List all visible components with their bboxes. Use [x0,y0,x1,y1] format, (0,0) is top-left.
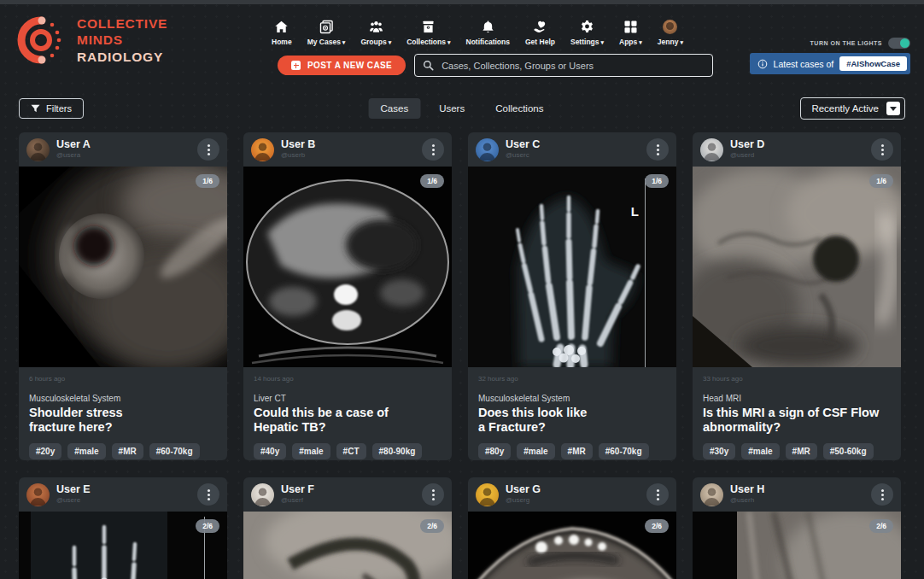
tag[interactable]: #80-90kg [372,443,423,459]
image-page-badge: 2/6 [420,519,444,533]
kebab-menu-icon [208,494,210,496]
post-new-case-button[interactable]: POST A NEW CASE [278,56,406,75]
user-avatar[interactable] [700,138,723,161]
case-card: User G @userg [468,477,676,579]
card-userhandle: @usera [56,152,91,160]
tag[interactable]: #male [517,443,554,459]
card-category: Head MRI [703,394,891,403]
tag[interactable]: #20y [29,443,61,459]
stack-scroll-indicator[interactable] [645,178,646,367]
case-grid: User A @usera [19,132,901,579]
card-username[interactable]: User F [281,484,314,496]
card-username[interactable]: User B [281,139,315,151]
lights-label: TURN ON THE LIGHTS [810,40,882,46]
lights-toggle[interactable] [888,38,910,49]
card-menu-button[interactable] [197,483,219,506]
card-username[interactable]: User D [730,139,764,151]
global-search[interactable] [414,54,713,77]
filter-funnel-icon [31,104,40,113]
case-image-shoulder-mri[interactable]: 1/6 [19,167,227,367]
nav-my-cases[interactable]: My Cases▾ [307,20,346,46]
search-input[interactable] [440,60,705,72]
nav-groups[interactable]: Groups▾ [360,20,391,46]
plus-icon [291,61,301,70]
nav-apps[interactable]: Apps▾ [619,20,642,46]
chevron-down-icon: ▾ [601,39,605,45]
user-avatar[interactable] [700,483,723,506]
card-title[interactable]: Shoulder stress fracture here? [29,406,217,435]
tag[interactable]: #male [741,443,779,459]
card-username[interactable]: User E [56,484,91,496]
brand-logo[interactable]: COLLECTIVE MINDS RADIOLOGY [15,14,167,67]
home-icon [274,20,289,34]
tag[interactable]: #MR [786,443,817,459]
user-avatar[interactable] [26,138,50,161]
header-actions: POST A NEW CASE [278,54,713,77]
card-menu-button[interactable] [422,138,444,161]
case-image-brain-mri-sagittal[interactable]: 2/6 [243,512,452,579]
groups-icon [369,20,383,34]
card-username[interactable]: User C [506,139,540,151]
case-image-hip-mri[interactable]: 2/6 [693,512,901,579]
tag[interactable]: #male [292,443,330,459]
card-menu-button[interactable] [197,138,219,161]
chevron-down-icon: ▾ [447,39,451,45]
case-image-hand-xray-fingers[interactable]: L 2/6 [19,512,227,579]
card-title[interactable]: Could this be a case of Hepatic TB? [254,406,442,435]
user-avatar[interactable] [476,483,499,506]
tag[interactable]: #male [67,443,105,459]
case-image-ct-axial[interactable]: 2/6 [468,512,676,579]
tag[interactable]: #60-70kg [149,443,200,459]
chevron-down-icon: ▾ [342,39,346,45]
tab-collections[interactable]: Collections [483,98,555,119]
nav-notifications[interactable]: Notifications [466,20,510,46]
card-title[interactable]: Is this MRI a sign of CSF Flow abnormali… [703,406,891,435]
nav-profile[interactable]: Jenny▾ [658,20,683,46]
tag[interactable]: #60-70kg [599,443,649,459]
result-tabs: Cases Users Collections [369,98,556,119]
tab-users[interactable]: Users [427,98,477,119]
profile-avatar [663,20,677,34]
nav-collections[interactable]: Collections▾ [406,20,450,46]
tag[interactable]: #MR [561,443,593,459]
brand-name: COLLECTIVE MINDS RADIOLOGY [77,15,167,65]
user-avatar[interactable] [26,483,50,506]
tag[interactable]: #MR [112,443,143,459]
tag[interactable]: #40y [254,443,286,459]
card-userhandle: @userd [730,152,764,160]
tag[interactable]: #CT [336,443,366,459]
nav-get-help[interactable]: Get Help [525,20,555,46]
case-image-brain-mri[interactable]: 1/6 [693,167,901,367]
sort-dropdown[interactable]: Recently Active [800,97,905,120]
tab-cases[interactable]: Cases [369,98,421,119]
tag[interactable]: #80y [478,443,511,459]
card-username[interactable]: User H [730,484,764,496]
info-icon [757,59,768,69]
user-avatar[interactable] [476,138,499,161]
tag[interactable]: #50-60kg [823,443,874,459]
card-username[interactable]: User G [506,484,541,496]
card-username[interactable]: User A [56,139,91,151]
card-menu-button[interactable] [871,138,893,161]
nav-home[interactable]: Home [272,20,292,46]
banner-text: Latest cases of [774,59,834,69]
case-card: User F @userf [243,477,452,579]
filters-button[interactable]: Filters [19,98,84,119]
user-avatar[interactable] [251,483,274,506]
case-image-abdomen-ct[interactable]: 1/6 [243,167,452,367]
card-menu-button[interactable] [871,483,893,506]
card-userhandle: @usere [56,497,91,505]
image-page-badge: 2/6 [196,519,219,533]
showcase-banner: Latest cases of #AIShowCase [750,53,910,74]
kebab-menu-icon [657,149,659,151]
nav-settings[interactable]: Settings▾ [570,20,604,46]
tag[interactable]: #30y [703,443,735,459]
case-image-hand-xray[interactable]: L 1/6 [468,167,676,367]
card-title[interactable]: Does this look like a Fracture? [478,406,666,435]
card-menu-button[interactable] [422,483,444,506]
user-avatar[interactable] [251,138,274,161]
gear-icon [580,20,594,34]
card-menu-button[interactable] [646,483,669,506]
showcase-tag-button[interactable]: #AIShowCase [839,56,907,71]
card-menu-button[interactable] [646,138,669,161]
